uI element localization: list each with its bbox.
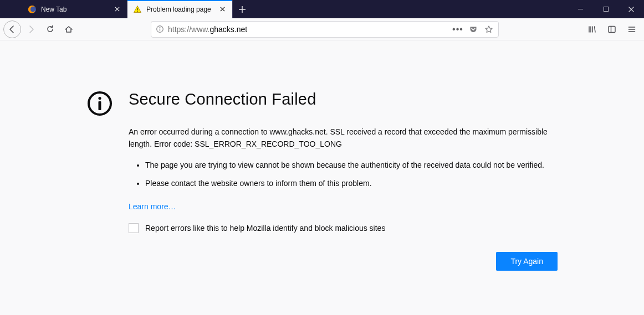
page-actions-icon[interactable]: ••• <box>452 23 464 35</box>
forward-button[interactable] <box>22 20 40 38</box>
tab-error-page[interactable]: Problem loading page <box>127 0 233 18</box>
tab-new-tab[interactable]: New Tab <box>22 0 127 18</box>
url-prefix: www. <box>191 25 209 34</box>
tab-title: New Tab <box>41 6 108 13</box>
report-errors-row: Report errors like this to help Mozilla … <box>129 223 558 233</box>
learn-more-link[interactable]: Learn more… <box>129 202 176 211</box>
close-window-button[interactable] <box>619 0 644 18</box>
url-text: https://www.ghacks.net <box>168 25 448 34</box>
report-errors-label: Report errors like this to help Mozilla … <box>145 224 385 233</box>
tab-bar: New Tab Problem loading page <box>0 0 644 18</box>
error-suggestion-list: The page you are trying to view cannot b… <box>129 159 558 189</box>
error-title: Secure Connection Failed <box>129 90 558 109</box>
minimize-button[interactable] <box>568 0 593 18</box>
url-scheme: https:// <box>168 25 191 34</box>
svg-rect-6 <box>159 29 160 31</box>
toolbar-right <box>583 20 641 38</box>
svg-rect-1 <box>137 8 137 10</box>
svg-point-9 <box>98 97 101 100</box>
error-suggestion: The page you are trying to view cannot b… <box>145 159 558 171</box>
try-again-button[interactable]: Try Again <box>496 252 558 271</box>
library-icon[interactable] <box>583 20 601 38</box>
page-content: Secure Connection Failed An error occurr… <box>0 40 644 271</box>
home-button[interactable] <box>60 20 78 38</box>
bookmark-star-icon[interactable] <box>483 23 495 35</box>
svg-rect-7 <box>609 26 615 32</box>
menu-icon[interactable] <box>623 20 641 38</box>
close-icon[interactable] <box>218 5 227 14</box>
error-info-icon <box>86 90 113 117</box>
reload-button[interactable] <box>41 20 59 38</box>
new-tab-button[interactable] <box>233 0 252 18</box>
back-button[interactable] <box>3 20 21 38</box>
firefox-icon <box>28 5 37 14</box>
button-row: Try Again <box>129 252 558 271</box>
svg-rect-10 <box>99 101 101 110</box>
navigation-toolbar: https://www.ghacks.net ••• <box>0 18 644 40</box>
tab-title: Problem loading page <box>146 6 213 13</box>
url-host: ghacks.net <box>209 25 247 34</box>
svg-rect-3 <box>604 7 608 11</box>
report-errors-checkbox[interactable] <box>129 223 139 233</box>
svg-rect-2 <box>137 11 137 11</box>
pocket-icon[interactable] <box>467 23 479 35</box>
url-bar[interactable]: https://www.ghacks.net ••• <box>151 21 499 38</box>
info-icon[interactable] <box>155 24 165 34</box>
svg-point-5 <box>159 27 160 28</box>
maximize-button[interactable] <box>593 0 619 18</box>
error-description: An error occurred during a connection to… <box>129 126 558 150</box>
warning-icon <box>133 5 142 14</box>
error-suggestion: Please contact the website owners to inf… <box>145 177 558 189</box>
error-container: Secure Connection Failed An error occurr… <box>86 90 558 271</box>
sidebar-icon[interactable] <box>603 20 621 38</box>
error-body: Secure Connection Failed An error occurr… <box>129 90 558 271</box>
close-icon[interactable] <box>113 5 121 14</box>
window-controls <box>568 0 644 18</box>
